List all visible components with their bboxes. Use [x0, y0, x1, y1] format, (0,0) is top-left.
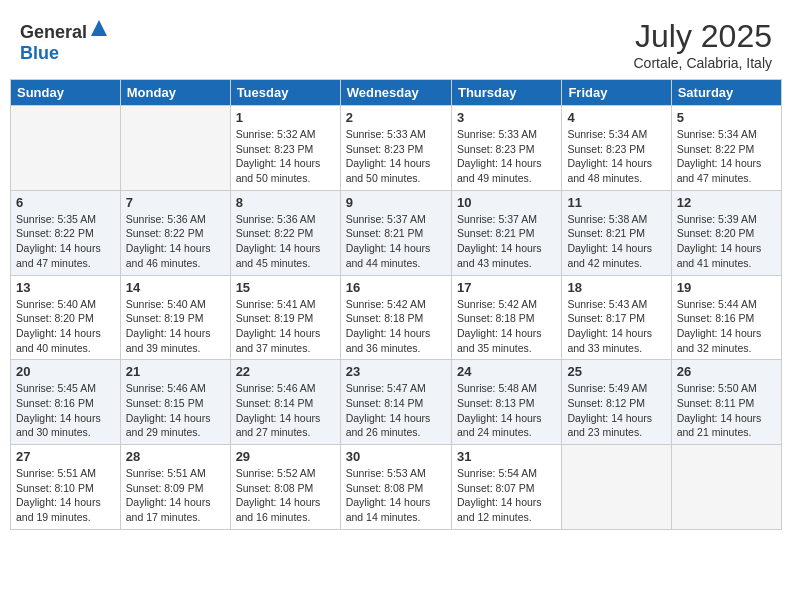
day-info: Sunrise: 5:35 AMSunset: 8:22 PMDaylight:… [16, 212, 115, 271]
header-thursday: Thursday [451, 80, 561, 106]
daylight-text: Daylight: 14 hours and 43 minutes. [457, 241, 556, 270]
sunrise-text: Sunrise: 5:40 AM [16, 297, 115, 312]
calendar-day-cell: 24Sunrise: 5:48 AMSunset: 8:13 PMDayligh… [451, 360, 561, 445]
day-number: 18 [567, 280, 665, 295]
calendar-week-row: 27Sunrise: 5:51 AMSunset: 8:10 PMDayligh… [11, 445, 782, 530]
calendar-day-cell: 13Sunrise: 5:40 AMSunset: 8:20 PMDayligh… [11, 275, 121, 360]
calendar-day-cell: 21Sunrise: 5:46 AMSunset: 8:15 PMDayligh… [120, 360, 230, 445]
sunrise-text: Sunrise: 5:53 AM [346, 466, 446, 481]
sunset-text: Sunset: 8:15 PM [126, 396, 225, 411]
daylight-text: Daylight: 14 hours and 37 minutes. [236, 326, 335, 355]
daylight-text: Daylight: 14 hours and 24 minutes. [457, 411, 556, 440]
day-number: 19 [677, 280, 776, 295]
day-number: 28 [126, 449, 225, 464]
day-number: 13 [16, 280, 115, 295]
day-info: Sunrise: 5:44 AMSunset: 8:16 PMDaylight:… [677, 297, 776, 356]
daylight-text: Daylight: 14 hours and 14 minutes. [346, 495, 446, 524]
daylight-text: Daylight: 14 hours and 33 minutes. [567, 326, 665, 355]
sunset-text: Sunset: 8:22 PM [677, 142, 776, 157]
header-friday: Friday [562, 80, 671, 106]
calendar-day-cell: 23Sunrise: 5:47 AMSunset: 8:14 PMDayligh… [340, 360, 451, 445]
daylight-text: Daylight: 14 hours and 21 minutes. [677, 411, 776, 440]
sunrise-text: Sunrise: 5:39 AM [677, 212, 776, 227]
day-number: 9 [346, 195, 446, 210]
header-wednesday: Wednesday [340, 80, 451, 106]
daylight-text: Daylight: 14 hours and 47 minutes. [16, 241, 115, 270]
day-info: Sunrise: 5:50 AMSunset: 8:11 PMDaylight:… [677, 381, 776, 440]
calendar-day-cell: 15Sunrise: 5:41 AMSunset: 8:19 PMDayligh… [230, 275, 340, 360]
calendar-day-cell: 31Sunrise: 5:54 AMSunset: 8:07 PMDayligh… [451, 445, 561, 530]
logo-text-general: General [20, 22, 87, 42]
calendar-table: Sunday Monday Tuesday Wednesday Thursday… [10, 79, 782, 530]
sunrise-text: Sunrise: 5:36 AM [236, 212, 335, 227]
calendar-day-cell: 26Sunrise: 5:50 AMSunset: 8:11 PMDayligh… [671, 360, 781, 445]
sunrise-text: Sunrise: 5:35 AM [16, 212, 115, 227]
day-number: 25 [567, 364, 665, 379]
calendar-day-cell [562, 445, 671, 530]
header-monday: Monday [120, 80, 230, 106]
daylight-text: Daylight: 14 hours and 27 minutes. [236, 411, 335, 440]
sunrise-text: Sunrise: 5:33 AM [346, 127, 446, 142]
sunset-text: Sunset: 8:08 PM [346, 481, 446, 496]
sunrise-text: Sunrise: 5:32 AM [236, 127, 335, 142]
day-info: Sunrise: 5:53 AMSunset: 8:08 PMDaylight:… [346, 466, 446, 525]
sunrise-text: Sunrise: 5:37 AM [346, 212, 446, 227]
calendar-day-cell: 9Sunrise: 5:37 AMSunset: 8:21 PMDaylight… [340, 190, 451, 275]
calendar-day-cell: 4Sunrise: 5:34 AMSunset: 8:23 PMDaylight… [562, 106, 671, 191]
sunrise-text: Sunrise: 5:36 AM [126, 212, 225, 227]
sunrise-text: Sunrise: 5:54 AM [457, 466, 556, 481]
calendar-day-cell: 18Sunrise: 5:43 AMSunset: 8:17 PMDayligh… [562, 275, 671, 360]
day-info: Sunrise: 5:49 AMSunset: 8:12 PMDaylight:… [567, 381, 665, 440]
day-number: 2 [346, 110, 446, 125]
daylight-text: Daylight: 14 hours and 42 minutes. [567, 241, 665, 270]
day-number: 11 [567, 195, 665, 210]
day-info: Sunrise: 5:34 AMSunset: 8:22 PMDaylight:… [677, 127, 776, 186]
sunrise-text: Sunrise: 5:34 AM [677, 127, 776, 142]
calendar-day-cell: 3Sunrise: 5:33 AMSunset: 8:23 PMDaylight… [451, 106, 561, 191]
sunrise-text: Sunrise: 5:48 AM [457, 381, 556, 396]
daylight-text: Daylight: 14 hours and 50 minutes. [346, 156, 446, 185]
sunrise-text: Sunrise: 5:40 AM [126, 297, 225, 312]
header-sunday: Sunday [11, 80, 121, 106]
day-info: Sunrise: 5:39 AMSunset: 8:20 PMDaylight:… [677, 212, 776, 271]
sunset-text: Sunset: 8:16 PM [16, 396, 115, 411]
sunset-text: Sunset: 8:23 PM [567, 142, 665, 157]
sunrise-text: Sunrise: 5:41 AM [236, 297, 335, 312]
daylight-text: Daylight: 14 hours and 41 minutes. [677, 241, 776, 270]
sunset-text: Sunset: 8:23 PM [457, 142, 556, 157]
sunrise-text: Sunrise: 5:51 AM [126, 466, 225, 481]
daylight-text: Daylight: 14 hours and 29 minutes. [126, 411, 225, 440]
calendar-day-cell: 20Sunrise: 5:45 AMSunset: 8:16 PMDayligh… [11, 360, 121, 445]
calendar-day-cell: 30Sunrise: 5:53 AMSunset: 8:08 PMDayligh… [340, 445, 451, 530]
day-info: Sunrise: 5:32 AMSunset: 8:23 PMDaylight:… [236, 127, 335, 186]
daylight-text: Daylight: 14 hours and 47 minutes. [677, 156, 776, 185]
day-info: Sunrise: 5:38 AMSunset: 8:21 PMDaylight:… [567, 212, 665, 271]
day-number: 23 [346, 364, 446, 379]
logo-text-blue: Blue [20, 43, 59, 63]
day-number: 24 [457, 364, 556, 379]
day-number: 16 [346, 280, 446, 295]
daylight-text: Daylight: 14 hours and 49 minutes. [457, 156, 556, 185]
calendar-week-row: 6Sunrise: 5:35 AMSunset: 8:22 PMDaylight… [11, 190, 782, 275]
calendar-day-cell: 2Sunrise: 5:33 AMSunset: 8:23 PMDaylight… [340, 106, 451, 191]
calendar-day-cell [671, 445, 781, 530]
day-info: Sunrise: 5:33 AMSunset: 8:23 PMDaylight:… [457, 127, 556, 186]
day-info: Sunrise: 5:43 AMSunset: 8:17 PMDaylight:… [567, 297, 665, 356]
month-title: July 2025 [633, 18, 772, 55]
daylight-text: Daylight: 14 hours and 17 minutes. [126, 495, 225, 524]
day-number: 26 [677, 364, 776, 379]
day-info: Sunrise: 5:46 AMSunset: 8:15 PMDaylight:… [126, 381, 225, 440]
sunrise-text: Sunrise: 5:34 AM [567, 127, 665, 142]
page-header: General Blue July 2025 Cortale, Calabria… [10, 10, 782, 75]
daylight-text: Daylight: 14 hours and 44 minutes. [346, 241, 446, 270]
calendar-header-row: Sunday Monday Tuesday Wednesday Thursday… [11, 80, 782, 106]
day-info: Sunrise: 5:45 AMSunset: 8:16 PMDaylight:… [16, 381, 115, 440]
day-info: Sunrise: 5:54 AMSunset: 8:07 PMDaylight:… [457, 466, 556, 525]
calendar-day-cell: 22Sunrise: 5:46 AMSunset: 8:14 PMDayligh… [230, 360, 340, 445]
day-number: 10 [457, 195, 556, 210]
sunrise-text: Sunrise: 5:42 AM [457, 297, 556, 312]
sunset-text: Sunset: 8:22 PM [16, 226, 115, 241]
day-number: 8 [236, 195, 335, 210]
calendar-day-cell [11, 106, 121, 191]
day-info: Sunrise: 5:40 AMSunset: 8:20 PMDaylight:… [16, 297, 115, 356]
